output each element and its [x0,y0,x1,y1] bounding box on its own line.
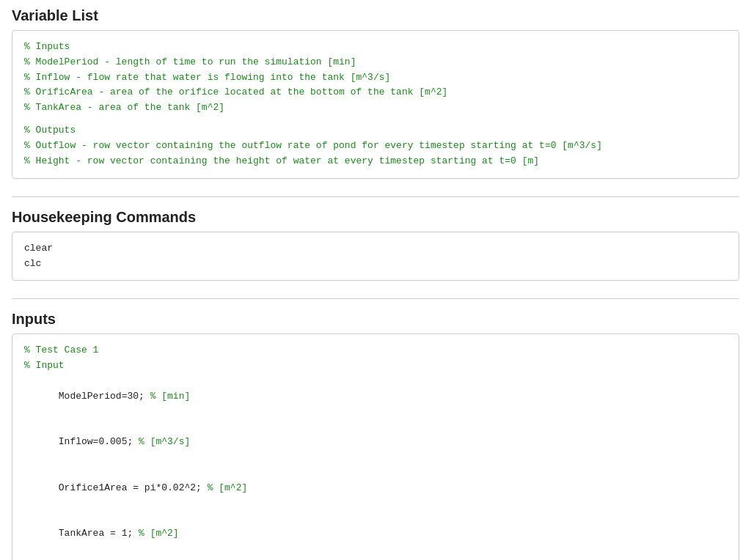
in-line-3-code: ModelPeriod=30; [59,391,150,402]
hk-line-2: clc [24,257,727,272]
vl-line-6: % Outputs [24,123,727,139]
in-line-5: Orifice1Area = pi*0.02^2; % [m^2] [24,465,727,511]
vl-line-1: % Inputs [24,40,727,55]
divider-2 [12,298,739,299]
in-line-2: % Input [24,358,727,374]
vl-line-7: % Outflow - row vector containing the ou… [24,139,727,154]
vl-blank-1 [24,116,727,123]
vl-line-3: % Inflow - flow rate that water is flowi… [24,70,727,86]
inputs-section: Inputs % Test Case 1 % Input ModelPeriod… [12,311,739,560]
vl-line-4: % OrificArea - area of the orifice locat… [24,85,727,100]
in-line-4-comment: % [m^3/s] [139,436,190,447]
housekeeping-section: Housekeeping Commands clear clc [12,209,739,281]
divider-1 [12,196,739,197]
inputs-code-box: % Test Case 1 % Input ModelPeriod=30; % … [12,334,739,560]
vl-line-2: % ModelPeriod - length of time to run th… [24,55,727,70]
hk-line-1: clear [24,241,727,257]
vl-line-5: % TankArea - area of the tank [m^2] [24,100,727,116]
housekeeping-title: Housekeeping Commands [12,209,739,226]
in-line-6-code: TankArea = 1; [59,528,139,539]
variable-list-code-box: % Inputs % ModelPeriod - length of time … [12,30,739,179]
in-line-6: TankArea = 1; % [m^2] [24,511,727,556]
in-line-6-comment: % [m^2] [139,528,179,539]
in-line-4-code: Inflow=0.005; [59,436,139,447]
vl-line-8: % Height - row vector containing the hei… [24,154,727,169]
housekeeping-code-box: clear clc [12,232,739,281]
in-line-3: ModelPeriod=30; % [min] [24,374,727,419]
in-line-3-comment: % [min] [150,391,191,402]
inputs-title: Inputs [12,311,739,328]
in-line-5-code: Orifice1Area = pi*0.02^2; [59,482,208,493]
in-line-5-comment: % [m^2] [208,482,248,493]
in-line-7: % Output [24,557,727,560]
variable-list-section: Variable List % Inputs % ModelPeriod - l… [12,7,739,179]
in-line-4: Inflow=0.005; % [m^3/s] [24,419,727,465]
in-line-1: % Test Case 1 [24,343,727,358]
variable-list-title: Variable List [12,7,739,24]
